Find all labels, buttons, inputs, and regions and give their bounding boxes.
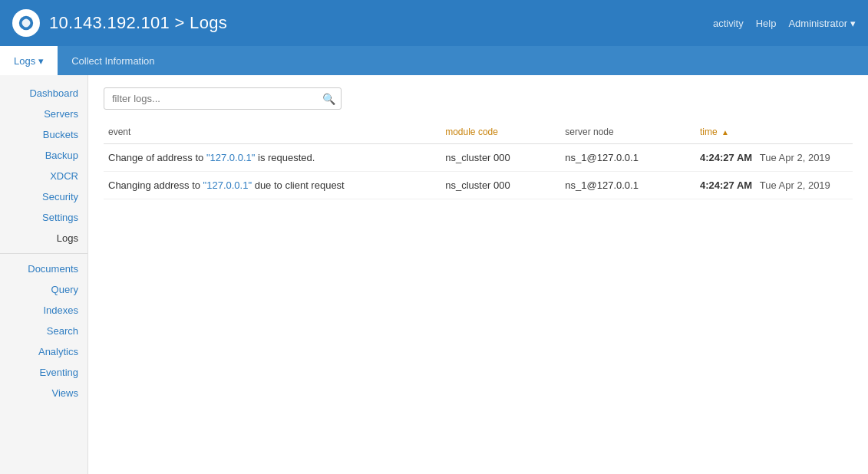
sidebar-item-logs[interactable]: Logs bbox=[0, 228, 87, 249]
module-cell-1: ns_cluster 000 bbox=[441, 144, 560, 172]
tab-logs[interactable]: Logs ▾ bbox=[0, 46, 58, 75]
sidebar-item-settings[interactable]: Settings bbox=[0, 207, 87, 228]
page-title: 10.143.192.101 > Logs bbox=[49, 13, 227, 33]
table-header-row: event module code server node time ▲ bbox=[104, 122, 853, 144]
server-cell-1: ns_1@127.0.0.1 bbox=[560, 144, 695, 172]
logo bbox=[12, 9, 40, 37]
search-icon: 🔍 bbox=[322, 93, 335, 105]
module-cell-2: ns_cluster 000 bbox=[441, 172, 560, 199]
sidebar-divider bbox=[0, 253, 87, 254]
col-header-module-code: module code bbox=[441, 122, 560, 144]
sidebar-item-search[interactable]: Search bbox=[0, 321, 87, 341]
admin-label: Administrator bbox=[788, 18, 847, 29]
sort-arrow-time: ▲ bbox=[721, 128, 729, 137]
sub-nav: Logs ▾ Collect Information bbox=[0, 46, 868, 75]
sidebar-item-xdcr[interactable]: XDCR bbox=[0, 166, 87, 186]
filter-logs-input[interactable] bbox=[104, 87, 342, 110]
sidebar-item-buckets[interactable]: Buckets bbox=[0, 124, 87, 145]
sidebar-item-indexes[interactable]: Indexes bbox=[0, 300, 87, 321]
time-cell-1: 4:24:27 AM Tue Apr 2, 2019 bbox=[695, 144, 853, 172]
event-cell-1: Change of address to "127.0.0.1" is requ… bbox=[104, 144, 441, 172]
tab-collect-information[interactable]: Collect Information bbox=[58, 46, 168, 75]
sidebar-item-security[interactable]: Security bbox=[0, 186, 87, 207]
filter-input-wrap: 🔍 bbox=[104, 87, 342, 110]
col-header-event: event bbox=[104, 122, 441, 144]
tab-logs-dropdown-icon: ▾ bbox=[38, 55, 44, 67]
col-header-time[interactable]: time ▲ bbox=[695, 122, 853, 144]
table-row: Changing address to "127.0.0.1" due to c… bbox=[104, 172, 853, 199]
main-layout: Dashboard Servers Buckets Backup XDCR Se… bbox=[0, 75, 868, 474]
sidebar-item-query[interactable]: Query bbox=[0, 279, 87, 300]
activity-link[interactable]: activity bbox=[713, 18, 744, 29]
content-area: 🔍 event module code server node tim bbox=[88, 75, 868, 474]
admin-dropdown[interactable]: Administrator ▾ bbox=[788, 18, 856, 29]
sidebar-item-backup[interactable]: Backup bbox=[0, 145, 87, 166]
admin-dropdown-icon: ▾ bbox=[850, 18, 856, 29]
time-cell-2: 4:24:27 AM Tue Apr 2, 2019 bbox=[695, 172, 853, 199]
sidebar-item-analytics[interactable]: Analytics bbox=[0, 341, 87, 362]
col-header-server-node: server node bbox=[560, 122, 695, 144]
header-left: 10.143.192.101 > Logs bbox=[12, 9, 227, 37]
sidebar: Dashboard Servers Buckets Backup XDCR Se… bbox=[0, 75, 88, 474]
sidebar-item-documents[interactable]: Documents bbox=[0, 258, 87, 279]
server-cell-2: ns_1@127.0.0.1 bbox=[560, 172, 695, 199]
event-cell-2: Changing address to "127.0.0.1" due to c… bbox=[104, 172, 441, 199]
header-right: activity Help Administrator ▾ bbox=[713, 18, 856, 29]
sidebar-item-servers[interactable]: Servers bbox=[0, 104, 87, 124]
table-row: Change of address to "127.0.0.1" is requ… bbox=[104, 144, 853, 172]
help-link[interactable]: Help bbox=[756, 18, 777, 29]
logs-table: event module code server node time ▲ bbox=[104, 122, 853, 199]
sidebar-item-eventing[interactable]: Eventing bbox=[0, 362, 87, 383]
sidebar-item-dashboard[interactable]: Dashboard bbox=[0, 83, 87, 104]
sidebar-item-views[interactable]: Views bbox=[0, 383, 87, 403]
top-header: 10.143.192.101 > Logs activity Help Admi… bbox=[0, 0, 868, 46]
filter-bar: 🔍 bbox=[104, 87, 853, 110]
